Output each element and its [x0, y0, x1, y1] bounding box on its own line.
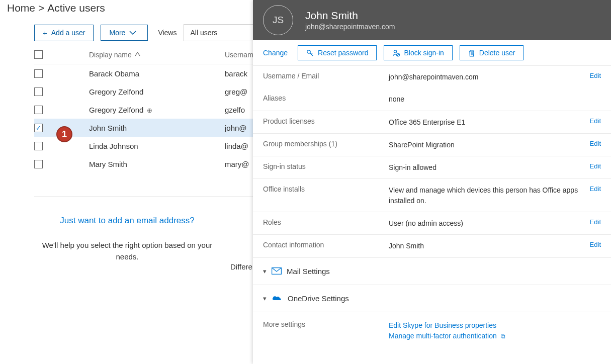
breadcrumb-separator: >	[38, 2, 44, 14]
mail-settings-label: Mail Settings	[287, 267, 330, 276]
row-display-name: John Smith	[89, 124, 225, 132]
row-display-name: Gregory Zelfond ⊕	[89, 106, 225, 114]
row-checkbox[interactable]	[34, 160, 43, 168]
mfa-link[interactable]: Manage multi-factor authentication ⧉	[389, 331, 505, 342]
reset-password-label: Reset password	[318, 49, 368, 57]
block-user-icon	[392, 49, 400, 57]
row-username: barack	[225, 69, 247, 78]
edit-link[interactable]: Edit	[590, 162, 601, 170]
more-button[interactable]: More	[101, 25, 148, 41]
detail-value: User (no admin access)	[389, 218, 585, 228]
detail-label: Aliases	[263, 94, 389, 102]
detail-aliases: Aliases none	[253, 88, 611, 111]
row-checkbox[interactable]	[34, 142, 43, 150]
edit-link[interactable]: Edit	[590, 117, 601, 125]
callout-badge-1: 1	[56, 126, 72, 142]
helper-title[interactable]: Just want to add an email address?	[34, 216, 220, 226]
svg-point-1	[394, 50, 397, 52]
onedrive-settings-label: OneDrive Settings	[288, 294, 349, 303]
external-link-icon: ⧉	[501, 333, 505, 340]
add-user-label: Add a user	[51, 29, 85, 37]
reset-password-button[interactable]: Reset password	[298, 45, 377, 60]
more-settings-row: More settings Edit Skype for Business pr…	[253, 312, 611, 344]
detail-label: Contact information	[263, 241, 389, 249]
mail-icon	[272, 267, 282, 275]
breadcrumb-home[interactable]: Home	[7, 2, 35, 14]
panel-user-email: john@sharepointmaven.com	[305, 23, 395, 31]
edit-link[interactable]: Edit	[590, 218, 601, 226]
avatar: JS	[263, 5, 293, 35]
chevron-down-icon: ▾	[263, 295, 267, 302]
detail-groups: Group memberships (1) SharePoint Migrati…	[253, 134, 611, 156]
detail-label: Group memberships (1)	[263, 140, 389, 148]
row-username: gzelfo	[225, 106, 245, 114]
plus-icon: +	[43, 29, 47, 37]
detail-value: none	[389, 94, 601, 104]
detail-username: Username / Email john@sharepointmaven.co…	[253, 66, 611, 88]
row-username: john@	[225, 124, 247, 132]
detail-label: Roles	[263, 218, 389, 226]
block-signin-label: Block sign-in	[404, 49, 444, 57]
detail-roles: Roles User (no admin access) Edit	[253, 212, 611, 235]
mfa-link-label: Manage multi-factor authentication	[389, 332, 497, 340]
sort-ascending-icon	[135, 52, 140, 57]
chevron-down-icon: ▾	[263, 267, 267, 275]
column-username[interactable]: Username	[225, 51, 257, 59]
helper-section: Just want to add an email address? We'll…	[34, 216, 220, 262]
add-user-button[interactable]: + Add a user	[34, 25, 94, 41]
detail-value: John Smith	[389, 241, 585, 251]
edit-link[interactable]: Edit	[590, 185, 601, 193]
edit-link[interactable]: Edit	[590, 140, 601, 147]
change-link[interactable]: Change	[263, 49, 288, 57]
detail-value: Sign-in allowed	[389, 162, 585, 172]
detail-installs: Office installs View and manage which de…	[253, 179, 611, 212]
views-value: All users	[190, 29, 217, 37]
panel-header: JS John Smith john@sharepointmaven.com	[253, 0, 611, 40]
row-display-name: Linda Johnson	[89, 142, 225, 150]
onedrive-settings-toggle[interactable]: ▾ OneDrive Settings	[253, 285, 611, 312]
row-checkbox[interactable]	[34, 87, 43, 96]
detail-licenses: Product licenses Office 365 Enterprise E…	[253, 111, 611, 134]
detail-value: SharePoint Migration	[389, 140, 585, 150]
row-username: linda@	[225, 142, 248, 150]
breadcrumb-current: Active users	[47, 2, 105, 14]
detail-label: Product licenses	[263, 117, 389, 125]
row-username: mary@	[225, 160, 249, 168]
row-checkbox[interactable]	[34, 69, 43, 78]
panel-user-name: John Smith	[305, 10, 395, 22]
mail-settings-toggle[interactable]: ▾ Mail Settings	[253, 258, 611, 285]
block-signin-button[interactable]: Block sign-in	[384, 45, 452, 60]
more-settings-label: More settings	[263, 320, 389, 342]
trash-icon	[468, 49, 475, 57]
row-checkbox[interactable]	[34, 124, 43, 132]
detail-value: View and manage which devices this perso…	[389, 185, 585, 206]
detail-value: Office 365 Enterprise E1	[389, 117, 585, 127]
column-display-name-label: Display name	[89, 51, 132, 59]
row-username: greg@	[225, 87, 247, 96]
detail-label: Username / Email	[263, 72, 389, 80]
row-display-name: Barack Obama	[89, 69, 225, 78]
edit-link[interactable]: Edit	[590, 72, 601, 79]
detail-contact: Contact information John Smith Edit	[253, 235, 611, 257]
globe-icon: ⊕	[147, 107, 152, 114]
onedrive-icon	[272, 295, 283, 302]
user-detail-panel: JS John Smith john@sharepointmaven.com C…	[253, 0, 611, 364]
row-display-name: Mary Smith	[89, 160, 225, 168]
row-display-name: Gregory Zelfond	[89, 87, 225, 96]
detail-label: Office installs	[263, 185, 389, 193]
helper-subtitle: We'll help you select the right option b…	[34, 240, 220, 262]
chevron-down-icon	[129, 31, 136, 35]
views-dropdown[interactable]: All users	[184, 24, 256, 41]
select-all-checkbox[interactable]	[34, 50, 43, 59]
views-label: Views	[158, 29, 177, 37]
detail-label: Sign-in status	[263, 162, 389, 170]
column-display-name[interactable]: Display name	[89, 51, 225, 59]
skype-properties-link[interactable]: Edit Skype for Business properties	[389, 320, 505, 331]
detail-value: john@sharepointmaven.com	[389, 72, 585, 82]
detail-signin: Sign-in status Sign-in allowed Edit	[253, 156, 611, 179]
row-checkbox[interactable]	[34, 106, 43, 114]
delete-user-button[interactable]: Delete user	[460, 45, 524, 60]
edit-link[interactable]: Edit	[590, 241, 601, 248]
more-label: More	[109, 29, 125, 37]
panel-actions: Change Reset password Block sign-in Dele…	[253, 40, 611, 66]
